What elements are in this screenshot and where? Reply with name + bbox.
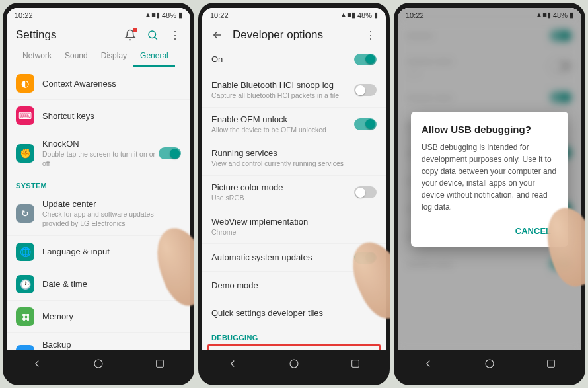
tab-sound[interactable]: Sound [58,46,94,67]
item-knockon[interactable]: ✊KnockONDouble-tap the screen to turn it… [7,132,190,175]
svg-rect-5 [351,360,359,368]
status-bar: 10:22 ▲■▮48%▮ [7,8,190,22]
signal-icon: ▲■▮ [340,11,355,19]
nav-recent[interactable] [153,356,167,371]
svg-rect-7 [547,360,554,368]
oem-unlock-toggle[interactable] [354,118,377,130]
usb-debugging-dialog: Allow USB debugging? USB debugging is in… [411,112,568,247]
page-title: Settings [16,28,124,42]
signal-icon: ▲■▮ [144,11,160,19]
context-icon: ◐ [16,74,34,93]
nav-home[interactable] [482,356,497,371]
nav-recent[interactable] [544,356,558,371]
nav-recent[interactable] [348,356,363,371]
settings-header: Settings ⋮ [7,22,190,46]
svg-rect-3 [156,360,163,368]
item-usb-debugging[interactable]: USB debuggingDebug mode when USB is conn… [207,344,381,350]
svg-point-2 [94,360,102,368]
battery-icon: ▮ [178,11,182,19]
shortcut-icon: ⌨ [16,106,34,125]
navbar [202,350,386,380]
bluetooth-hci-toggle[interactable] [354,84,377,96]
settings-list[interactable]: ◐Context Awareness ⌨Shortcut keys ✊Knock… [7,67,190,350]
dialog-title: Allow USB debugging? [422,124,558,135]
phone-settings: 10:22 ▲■▮48%▮ Settings ⋮ Network Sound D… [3,3,194,385]
on-toggle[interactable] [354,54,377,65]
svg-point-6 [486,360,494,368]
tab-network[interactable]: Network [16,46,58,67]
back-icon[interactable] [211,29,223,41]
section-debugging: DEBUGGING [202,327,386,344]
status-time: 10:22 [210,11,229,19]
tab-general[interactable]: General [133,46,175,67]
item-shortcut-keys[interactable]: ⌨Shortcut keys [7,100,190,132]
picture-color-toggle[interactable] [354,186,377,198]
clock-icon: 🕐 [16,275,34,293]
more-icon[interactable]: ⋮ [365,29,377,41]
item-quick-settings-tiles[interactable]: Quick settings developer tiles [202,299,386,327]
battery-text: 48% [357,11,372,19]
svg-line-1 [155,37,157,39]
dialog-overlay: Allow USB debugging? USB debugging is in… [398,8,581,350]
navbar [7,350,190,380]
nav-back[interactable] [30,356,44,371]
developer-list[interactable]: On Enable Bluetooth HCI snoop logCapture… [202,46,386,350]
item-on[interactable]: On [202,46,386,73]
developer-header: Developer options ⋮ [202,22,386,46]
nav-back[interactable] [421,356,435,371]
tab-display[interactable]: Display [94,46,133,67]
page-title: Developer options [233,28,365,42]
memory-icon: ▦ [16,307,34,326]
section-system: SYSTEM [7,175,190,192]
phone-developer-options: 10:22 ▲■▮48%▮ Developer options ⋮ On Ena… [198,3,390,385]
item-context-awareness[interactable]: ◐Context Awareness [7,67,190,100]
item-webview[interactable]: WebView implementationChrome [202,210,386,245]
knockon-icon: ✊ [16,144,34,163]
item-update-center[interactable]: ↻Update centerCheck for app and software… [7,192,190,235]
item-running-services[interactable]: Running servicesView and control current… [202,141,386,176]
item-memory[interactable]: ▦Memory [7,301,190,333]
backup-icon: ☁ [16,345,34,350]
dialog-body: USB debugging is intended for developmen… [422,141,558,213]
item-bluetooth-hci[interactable]: Enable Bluetooth HCI snoop logCapture al… [202,73,386,108]
status-time: 10:22 [15,11,33,19]
status-bar: 10:22 ▲■▮48%▮ [202,8,386,22]
search-icon[interactable] [147,29,159,41]
update-icon: ↻ [16,204,34,223]
item-oem-unlock[interactable]: Enable OEM unlockAllow the device to be … [202,108,386,142]
battery-text: 48% [162,11,176,19]
navbar [398,350,581,380]
settings-tabs: Network Sound Display General [7,46,190,67]
svg-point-0 [149,31,156,38]
knockon-toggle[interactable] [159,147,181,159]
phone-usb-dialog: 10:22 ▲■▮48%▮ ——— ——— ———— ——— —— ——— ——… [394,3,585,385]
more-icon[interactable]: ⋮ [169,29,181,41]
item-backup[interactable]: ☁BackupBack up data such as personal dat… [7,333,190,350]
svg-point-4 [290,360,298,368]
nav-home[interactable] [287,356,301,371]
item-picture-color[interactable]: Picture color modeUse sRGB [202,176,386,210]
nav-back[interactable] [225,356,240,371]
notification-icon[interactable] [124,29,136,41]
language-icon: 🌐 [16,243,34,261]
nav-home[interactable] [91,356,106,371]
battery-icon: ▮ [374,11,378,19]
